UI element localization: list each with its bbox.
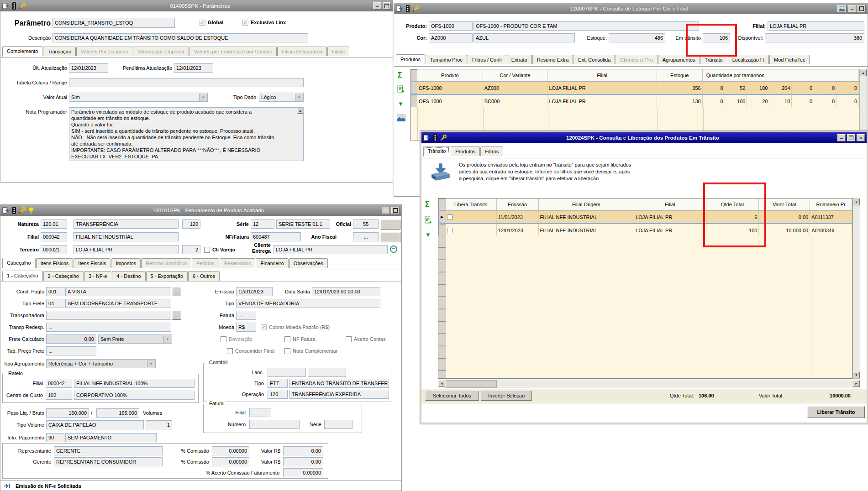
tab-retorno-simbolico[interactable]: Retorno Simbólico bbox=[141, 258, 191, 268]
image-button[interactable] bbox=[837, 5, 847, 12]
serie-cod-field[interactable]: 12 bbox=[251, 219, 274, 229]
tab-produtos[interactable]: Produtos bbox=[451, 146, 480, 156]
info-pagamento-cod-field[interactable]: 90 bbox=[46, 433, 64, 442]
tab-filiais-retaguarda[interactable]: Filiais Retaguarda bbox=[277, 47, 327, 56]
attachment-icon[interactable] bbox=[389, 245, 398, 253]
traffic-light-icon[interactable] bbox=[433, 134, 437, 141]
terceiro-cod-field[interactable]: 000021 bbox=[41, 245, 67, 254]
frete-calculado-field[interactable]: 0.00 bbox=[46, 334, 96, 344]
col-produto[interactable]: Produto bbox=[417, 69, 483, 81]
fatura-field[interactable]: ... bbox=[236, 311, 256, 320]
subtab-3-nfe[interactable]: 3 - NF-e bbox=[84, 271, 111, 281]
bulb-icon[interactable] bbox=[28, 207, 34, 214]
emissao-field[interactable]: 12/01/2023 bbox=[236, 287, 273, 296]
libera-checkbox[interactable] bbox=[447, 228, 452, 233]
tab-filiais[interactable]: Filiais bbox=[327, 47, 349, 56]
tab-transacao[interactable]: Transação bbox=[43, 47, 76, 56]
col-qtde-total[interactable]: Qtde Total bbox=[706, 198, 759, 210]
wrench-icon[interactable] bbox=[440, 135, 447, 141]
row-selector[interactable]: ▶ bbox=[438, 211, 446, 223]
libera-checkbox[interactable] bbox=[447, 214, 452, 220]
minimize-button[interactable]: – bbox=[382, 207, 390, 214]
tab-impostos[interactable]: Impostos bbox=[111, 258, 141, 268]
maximize-button[interactable] bbox=[383, 2, 391, 10]
col-cor-variante[interactable]: Cor / Variante bbox=[483, 69, 548, 81]
filial-cod-field[interactable]: 000042 bbox=[41, 232, 67, 241]
grid-row[interactable]: 12/01/2023 FILIAL NFE INDUSTRIAL LOJA FI… bbox=[438, 224, 852, 237]
filter-down-icon[interactable]: ▼ bbox=[425, 232, 431, 238]
tab-valores-por-empresa-usuario[interactable]: Valores por Empresa e por Usuário bbox=[189, 47, 277, 56]
col-emissao[interactable]: Emissão bbox=[497, 198, 539, 210]
exit-icon[interactable] bbox=[2, 207, 10, 214]
tab-reservados[interactable]: Reservados bbox=[220, 258, 256, 268]
tab-transito[interactable]: Trânsito bbox=[423, 146, 450, 157]
col-filial[interactable]: Filial bbox=[547, 69, 657, 81]
nota-programador-field[interactable]: Parâmetro vinculado ao módulo de estoque… bbox=[69, 107, 304, 161]
cliente-entrega-field[interactable]: LOJA FILIAL PR bbox=[274, 245, 388, 254]
tab-produtos[interactable]: Produtos bbox=[396, 54, 425, 65]
subtab-2-cabecalho[interactable]: 2 - Cabeçalho bbox=[43, 271, 84, 281]
minimize-button[interactable]: – bbox=[837, 134, 846, 141]
rateio-filial-desc-field[interactable]: FILIAL NFE INDUSTRIAL 100% bbox=[74, 379, 195, 388]
vertical-scrollbar[interactable]: ▲ bbox=[859, 69, 867, 141]
numero-field[interactable]: ... bbox=[249, 420, 300, 429]
tab-pedidos[interactable]: Pedidos bbox=[192, 258, 219, 268]
side-button[interactable] bbox=[380, 219, 400, 230]
tab-resumo-extra[interactable]: Resumo Extra bbox=[532, 55, 573, 64]
natureza-num-field[interactable]: 120 bbox=[182, 219, 200, 229]
nf-fatura-field[interactable]: 600487 bbox=[251, 232, 301, 241]
filial-field[interactable]: LOJA FILIAL PR bbox=[768, 21, 864, 31]
cond-pagto-cod-field[interactable]: 001 bbox=[46, 287, 64, 296]
tab-ext-consolida[interactable]: Ext. Consolida bbox=[573, 55, 615, 64]
tab-clientes[interactable]: Clientes c/ Pro bbox=[615, 55, 658, 64]
representante-field[interactable]: GERENTE bbox=[54, 446, 163, 455]
lanc1-field[interactable]: ... bbox=[268, 368, 306, 377]
col-filial-origem[interactable]: Filial Origem bbox=[539, 198, 635, 210]
tab-localizacao[interactable]: Localização Fi bbox=[728, 55, 769, 64]
row-selector[interactable] bbox=[411, 82, 417, 94]
export-report-icon[interactable] bbox=[397, 85, 405, 93]
sum-icon[interactable]: Σ bbox=[398, 72, 402, 79]
sem-frete-combo[interactable]: Sem Frete▾ bbox=[98, 334, 172, 344]
col-romaneio[interactable]: Romaneio Pr bbox=[810, 198, 852, 210]
peso-liq-field[interactable]: 150.000 bbox=[46, 408, 89, 418]
horizontal-scrollbar[interactable]: ◄ ► bbox=[438, 380, 860, 387]
export-report-icon[interactable] bbox=[425, 216, 432, 224]
centro-custo-cod-field[interactable]: 102 bbox=[46, 391, 72, 400]
col-quantidade-tamanhos[interactable]: Quantidade por tamanhos bbox=[703, 69, 859, 81]
nota-complementar-checkbox[interactable] bbox=[284, 348, 290, 354]
scroll-up-button[interactable]: ▲ bbox=[860, 69, 867, 76]
cobrar-moeda-checkbox[interactable]: ✓ bbox=[261, 324, 267, 330]
tab-agrupamentos[interactable]: Agrupamentos bbox=[658, 55, 700, 64]
tipo-volume-field[interactable]: CAIXA DE PAPELAO bbox=[46, 420, 144, 429]
ult-atualizacao-field[interactable]: 12/01/2023 bbox=[69, 63, 108, 73]
tab-filtros[interactable]: Filtros bbox=[480, 146, 503, 156]
maximize-button[interactable] bbox=[847, 134, 855, 141]
subtab-1-cabecalho[interactable]: 1 - Cabeçalho bbox=[2, 271, 43, 281]
volumes-field[interactable]: 1 bbox=[146, 420, 172, 429]
chevron-down-icon[interactable]: ▾ bbox=[199, 94, 207, 101]
tab-valores-por-empresa[interactable]: Valores por Empresa bbox=[133, 47, 189, 56]
tab-extrato[interactable]: Extrato bbox=[507, 55, 532, 64]
scrollbar-thumb[interactable] bbox=[446, 380, 497, 388]
penultima-atualizacao-field[interactable]: 12/01/2023 bbox=[174, 63, 213, 73]
tipo-agrupamento-combo[interactable]: Referência + Cor + Tamanho▾ bbox=[46, 359, 156, 368]
terceiro-desc-field[interactable]: LOJA FILIAL PR bbox=[74, 245, 179, 254]
operacao-desc-field[interactable]: TRANSFERÊNCIA EXPEDIDA bbox=[289, 390, 389, 399]
exit-icon[interactable] bbox=[423, 135, 431, 141]
scroll-up-button[interactable]: ▲ bbox=[297, 108, 303, 114]
scroll-left-button[interactable]: ◄ bbox=[438, 380, 445, 387]
cell-libera[interactable] bbox=[446, 211, 497, 223]
rateio-filial-cod-field[interactable]: 000042 bbox=[46, 379, 72, 388]
parametros-titlebar[interactable]: 014005SPK - Parâmetros – bbox=[0, 0, 393, 11]
produto-cod-field[interactable]: OFS-1000 bbox=[429, 21, 473, 31]
tabela-coluna-field[interactable] bbox=[69, 78, 304, 87]
row-selector[interactable] bbox=[411, 95, 417, 107]
natureza-desc-field[interactable]: TRANSFERÊNCIA bbox=[74, 219, 179, 229]
contabil-tipo-cod-field[interactable]: ETT bbox=[268, 379, 288, 388]
lookup-button[interactable]: ... bbox=[172, 311, 181, 320]
select-all-cell[interactable] bbox=[411, 69, 417, 81]
grid-row-selected[interactable]: ▶ 11/01/2023 FILIAL NFE INDUSTRIAL LOJA … bbox=[438, 211, 852, 224]
side-button[interactable] bbox=[380, 232, 400, 242]
oficial-field[interactable]: 55 bbox=[353, 219, 379, 229]
